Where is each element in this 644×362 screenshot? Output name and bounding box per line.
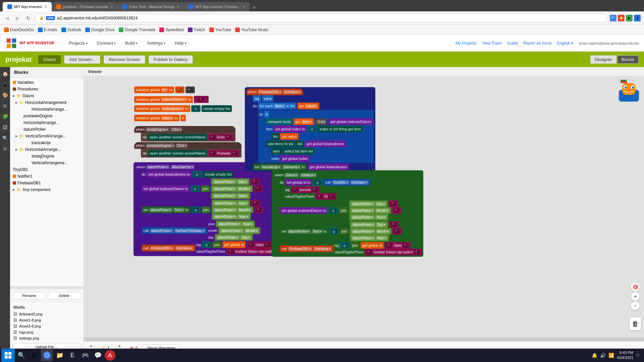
tab-close-community[interactable]: ✕ — [243, 5, 245, 9]
bookmark-speedtest[interactable]: Speedtest — [159, 27, 183, 32]
mit-logo: MIT APP INVENTOR — [5, 37, 54, 49]
link-report-issue[interactable]: Report an Issue — [523, 41, 552, 46]
left-icon-home[interactable]: 🏠 — [1, 70, 9, 78]
bookmark-duckduckgo[interactable]: DuckDuckGo — [4, 27, 34, 32]
tree-item-vsa[interactable]: ▶ 📁 VerticalScrollArrange... — [10, 133, 84, 139]
tree-item-tinydb[interactable]: TinyDB1 — [10, 166, 84, 173]
ext-icon-2[interactable]: ⭐ — [618, 15, 625, 21]
delete-button[interactable]: Delete — [48, 292, 81, 299]
forward-button[interactable]: ▶ — [14, 14, 21, 22]
tree-item-ha3[interactable]: HorizontalArrange... — [10, 119, 84, 126]
remove-screen-button[interactable]: Remove Screen — [104, 55, 145, 64]
tree-item-procedures[interactable]: Procedures — [10, 86, 84, 93]
link-my-projects[interactable]: My Projects — [455, 41, 477, 46]
taskbar-task-view[interactable]: ⊞ — [28, 349, 40, 361]
scroll-up-arrow[interactable]: ▲ — [89, 343, 93, 348]
reload-button[interactable]: ↻ — [24, 14, 32, 22]
address-input[interactable] — [57, 16, 603, 20]
blocks-button[interactable]: Blocks — [617, 55, 639, 64]
link-language[interactable]: English ▾ — [557, 41, 574, 46]
tab-mit-appinventor[interactable]: MIT App Inventor ✕ — [3, 2, 52, 11]
left-icon-phone[interactable]: 📱 — [1, 80, 9, 88]
bookmark-youtubemusic[interactable]: YouTube Music — [235, 27, 269, 32]
ext-icon-1[interactable]: 🔍 — [610, 15, 616, 21]
publish-gallery-button[interactable]: Publish to Gallery — [149, 55, 193, 64]
rename-button[interactable]: Rename — [13, 292, 46, 299]
zoom-in-button[interactable]: + — [631, 292, 640, 301]
bookmark-emails[interactable]: E-mails — [38, 27, 57, 32]
tab-community[interactable]: MIT App Inventor Commu... ✕ — [184, 2, 250, 11]
bookmark-gdrive[interactable]: Google Drive — [85, 27, 115, 32]
left-icon-palette[interactable]: 🎨 — [1, 91, 9, 99]
tab-close-material[interactable]: ✕ — [176, 5, 179, 9]
taskbar-chrome[interactable] — [41, 349, 53, 361]
blocks-scrollbar[interactable] — [10, 286, 84, 289]
nav-help[interactable]: Help ▾ — [170, 38, 191, 48]
viewer-header: Viewer — [84, 67, 644, 76]
ext-icon-4[interactable]: ⬇ — [634, 15, 641, 21]
taskbar-steam[interactable]: 🎮 — [79, 349, 91, 361]
viewer-scrollbar[interactable] — [84, 337, 644, 341]
add-screen-button[interactable]: Add Screen... — [64, 55, 101, 64]
link-view-trash[interactable]: View Trash — [482, 41, 502, 46]
left-icon-layers[interactable]: ⊞ — [1, 102, 9, 110]
main-screen-button[interactable]: Glavni — [38, 55, 61, 64]
tree-item-variables[interactable]: Variables — [10, 79, 84, 86]
left-icon-components[interactable]: 🧩 — [1, 113, 9, 121]
location-button[interactable]: 🎯 — [631, 282, 640, 292]
media-artboard[interactable]: 🖼 Artboard2.png — [10, 311, 84, 317]
ext-icon-3[interactable]: ▶ — [626, 15, 633, 21]
nav-connect[interactable]: Connect ▾ — [92, 38, 120, 48]
media-settings[interactable]: 🖼 settings.png — [10, 335, 84, 341]
left-icon-settings[interactable]: ⚙ — [1, 145, 9, 153]
tree-item-tranzakcije[interactable]: tranzakcije — [22, 139, 84, 146]
tree-item-glavni[interactable]: ▶ 📁 Glavni — [10, 93, 84, 99]
taskbar-notifications[interactable]: 🗨 — [636, 353, 640, 358]
bookmark-youtube[interactable]: YouTube — [209, 27, 231, 32]
tree-item-ha[interactable]: ▶ 📁 HorizontalArrangement — [10, 99, 84, 106]
tree-item-dodajDugme[interactable]: dodajDugme — [22, 153, 84, 160]
tab-close-firebase[interactable]: ✕ — [110, 5, 113, 9]
tab-close-appinventor[interactable]: ✕ — [44, 5, 47, 9]
trash-button[interactable]: 🗑 — [629, 317, 641, 330]
address-bar[interactable]: 🔒 VPN — [35, 14, 607, 22]
left-icon-search[interactable]: 🔍 — [1, 134, 9, 142]
error-scroll-up[interactable]: ▲ — [118, 343, 122, 348]
tree-item-ha4[interactable]: ▶ 📁 HorizontalArrange... — [10, 146, 84, 153]
media-icon-asset1: 🖼 — [13, 318, 17, 322]
link-guide[interactable]: Guide — [507, 41, 518, 46]
taskbar-search[interactable]: 🔍 — [15, 349, 28, 361]
tab-firebase[interactable]: projekat – Firebase console ✕ — [52, 2, 118, 11]
bookmark-twitch[interactable]: Twitch — [188, 27, 205, 32]
taskbar-discord[interactable]: 💬 — [92, 349, 104, 361]
media-logo[interactable]: 🖼 logo.png — [10, 329, 84, 335]
tree-item-ha2[interactable]: HorizontalArrange... — [22, 106, 84, 113]
left-icon-media[interactable]: 🖼 — [1, 123, 9, 131]
taskbar-epic[interactable]: E — [66, 349, 78, 361]
designer-button[interactable]: Designer — [590, 55, 616, 64]
viewer-canvas[interactable]: initialize global id to * * initialize g… — [84, 76, 644, 337]
taskbar-app[interactable]: A — [105, 350, 115, 361]
bookmark-translate[interactable]: Google Translate — [119, 27, 155, 32]
new-tab-button[interactable]: + — [253, 4, 256, 11]
tree-item-postavkeDugme[interactable]: postavkeDugme — [10, 113, 84, 119]
media-asset3[interactable]: 🖼 Asset3-8.png — [10, 323, 84, 329]
bk-label-outlook: Outlook — [67, 27, 81, 32]
bk-icon-youtube — [209, 27, 214, 32]
tree-item-anycomponent[interactable]: ▶ 📁 Any component — [10, 186, 84, 193]
blocks-tree-scroll[interactable]: Variables Procedures ▶ 📁 Glavni ▶ 📁 — [10, 78, 84, 286]
tree-item-notifier[interactable]: Notifier1 — [10, 173, 84, 180]
nav-settings[interactable]: Settings ▾ — [142, 38, 170, 48]
start-button[interactable] — [1, 349, 15, 362]
tree-item-firebasedb[interactable]: FirebaseDB1 — [10, 180, 84, 186]
taskbar-file-explorer[interactable]: 📁 — [54, 349, 66, 361]
nav-build[interactable]: Build ▾ — [120, 38, 142, 48]
zoom-out-button[interactable]: − — [631, 301, 640, 310]
tab-material[interactable]: Color Tool - Material Design ✕ — [118, 2, 184, 11]
tree-item-datumPicker[interactable]: datumPicker — [10, 126, 84, 133]
back-button[interactable]: ◀ — [3, 14, 11, 22]
media-asset1[interactable]: 🖼 Asset1-8.png — [10, 317, 84, 323]
nav-projects[interactable]: Projects ▾ — [64, 38, 92, 48]
bookmark-outlook[interactable]: Outlook — [61, 27, 81, 32]
tree-item-va[interactable]: VerticalArrangeme... — [22, 160, 84, 166]
